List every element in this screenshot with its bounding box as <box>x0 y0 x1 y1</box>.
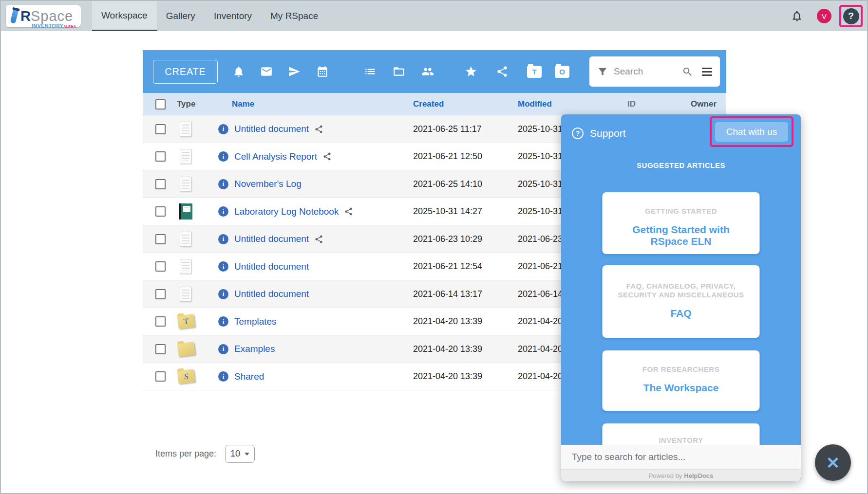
article-card[interactable]: FOR RESEARCHERS The Workspace <box>603 350 760 411</box>
shared-indicator-icon[interactable] <box>314 125 323 134</box>
items-per-page-label: Items per page: <box>155 449 216 459</box>
workspace-search-box <box>589 56 720 87</box>
row-checkbox[interactable] <box>155 316 166 327</box>
row-checkbox[interactable] <box>155 124 166 134</box>
info-icon[interactable]: i <box>218 151 228 162</box>
col-header-name[interactable]: Name <box>218 99 413 109</box>
document-link[interactable]: November's Log <box>234 179 302 189</box>
shared-indicator-icon[interactable] <box>322 152 332 161</box>
document-link[interactable]: Untitled document <box>234 234 309 244</box>
article-card[interactable]: FAQ, CHANGELOG, PRIVACY, SECURITY AND MI… <box>603 265 760 338</box>
created-date: 2021-06-21 12:50 <box>413 151 518 162</box>
templates-folder-icon: T <box>177 314 195 329</box>
info-icon[interactable]: i <box>218 206 228 217</box>
article-card[interactable]: GETTING STARTED Getting Started with RSp… <box>603 192 760 254</box>
filter-funnel-icon[interactable] <box>597 66 608 77</box>
info-icon[interactable]: i <box>218 124 228 134</box>
col-header-created[interactable]: Created <box>413 99 518 109</box>
powered-by-helpdocs: Powered byHelpDocs <box>561 470 801 481</box>
article-search-input[interactable] <box>561 445 801 470</box>
folder-link[interactable]: Shared <box>234 371 264 382</box>
created-date: 2021-04-20 13:39 <box>413 371 518 382</box>
folder-link[interactable]: Examples <box>234 344 275 354</box>
send-icon[interactable] <box>288 65 301 78</box>
folder-link[interactable]: Templates <box>234 316 277 327</box>
article-category: INVENTORY <box>613 436 749 445</box>
article-link[interactable]: The Workspace <box>613 382 749 394</box>
row-checkbox[interactable] <box>155 261 166 272</box>
calendar-icon[interactable] <box>316 65 329 78</box>
created-date: 2021-04-20 13:39 <box>413 316 518 327</box>
pagination: Items per page: 10 <box>155 445 255 463</box>
tab-my-rspace[interactable]: My RSpace <box>261 1 327 31</box>
row-checkbox[interactable] <box>155 206 166 217</box>
document-link[interactable]: Untitled document <box>234 261 309 272</box>
info-icon[interactable]: i <box>218 316 228 327</box>
chat-with-us-button[interactable]: Chat with us <box>715 122 788 142</box>
create-button[interactable]: CREATE <box>153 60 218 84</box>
article-category: GETTING STARTED <box>613 207 749 216</box>
row-checkbox[interactable] <box>155 289 166 299</box>
shared-indicator-icon[interactable] <box>344 207 353 216</box>
document-type-icon <box>180 149 191 164</box>
col-header-modified[interactable]: Modified <box>518 99 605 109</box>
row-checkbox[interactable] <box>155 344 166 354</box>
article-category: FOR RESEARCHERS <box>613 365 749 374</box>
select-all-checkbox[interactable] <box>155 99 166 110</box>
shared-indicator-icon[interactable] <box>314 235 323 244</box>
bell-icon[interactable] <box>232 65 245 78</box>
article-link[interactable]: Getting Started with RSpace ELN <box>613 224 749 247</box>
help-button[interactable]: ? <box>843 8 859 24</box>
shared-folder-icon: S <box>177 369 195 384</box>
workspace-toolbar: CREATE T O <box>143 50 726 93</box>
created-date: 2021-06-25 14:10 <box>413 179 518 189</box>
info-icon[interactable]: i <box>218 371 228 382</box>
document-type-icon <box>180 232 191 247</box>
search-options-menu-icon[interactable] <box>702 68 712 76</box>
info-icon[interactable]: i <box>218 344 228 354</box>
tab-gallery[interactable]: Gallery <box>157 1 205 31</box>
people-icon[interactable] <box>421 65 434 78</box>
magnifier-icon[interactable] <box>682 66 693 77</box>
star-icon[interactable] <box>465 65 477 78</box>
document-link[interactable]: Cell Analysis Report <box>234 151 317 162</box>
user-avatar[interactable]: V <box>817 9 831 23</box>
document-link[interactable]: Untitled document <box>234 124 309 134</box>
row-checkbox[interactable] <box>155 234 166 244</box>
info-icon[interactable]: i <box>218 289 228 299</box>
document-link[interactable]: Untitled document <box>234 289 309 299</box>
chat-button-highlight: Chat with us <box>710 116 793 147</box>
col-header-type[interactable]: Type <box>177 99 218 109</box>
share-icon[interactable] <box>496 65 509 78</box>
article-category: FAQ, CHANGELOG, PRIVACY, SECURITY AND MI… <box>613 282 749 299</box>
top-navigation-bar: RSpace INVENTORYALPHA Workspace Gallery … <box>1 1 867 31</box>
notifications-bell-icon[interactable] <box>791 10 803 22</box>
tab-inventory[interactable]: Inventory <box>205 1 261 31</box>
envelope-icon[interactable] <box>260 65 273 78</box>
other-folder-icon[interactable]: O <box>555 66 569 78</box>
row-checkbox[interactable] <box>155 151 166 162</box>
chevron-down-icon <box>245 453 249 456</box>
list-icon[interactable] <box>364 65 377 78</box>
help-button-highlight: ? <box>839 5 863 27</box>
info-icon[interactable]: i <box>218 261 228 272</box>
row-checkbox[interactable] <box>155 179 166 189</box>
info-icon[interactable]: i <box>218 179 228 189</box>
template-folder-icon[interactable]: T <box>527 66 542 78</box>
items-per-page-select[interactable]: 10 <box>225 445 255 463</box>
row-checkbox[interactable] <box>155 371 166 382</box>
search-input[interactable] <box>614 66 676 77</box>
tab-workspace[interactable]: Workspace <box>92 1 157 31</box>
document-link[interactable]: Laboratory Log Notebook <box>234 206 339 217</box>
folder-open-icon[interactable] <box>393 65 405 78</box>
rspace-window: RSpace INVENTORYALPHA Workspace Gallery … <box>0 0 868 494</box>
logo-inventory: INVENTORY <box>32 23 63 29</box>
article-link[interactable]: FAQ <box>613 308 749 319</box>
table-header: Type Name Created Modified ID Owner <box>143 93 726 115</box>
col-header-owner[interactable]: Owner <box>640 99 726 109</box>
col-header-id[interactable]: ID <box>605 99 640 109</box>
created-date: 2021-04-20 13:39 <box>413 344 518 354</box>
close-support-button[interactable]: ✕ <box>815 444 851 481</box>
info-icon[interactable]: i <box>218 234 228 244</box>
rspace-logo[interactable]: RSpace INVENTORYALPHA <box>6 5 81 27</box>
